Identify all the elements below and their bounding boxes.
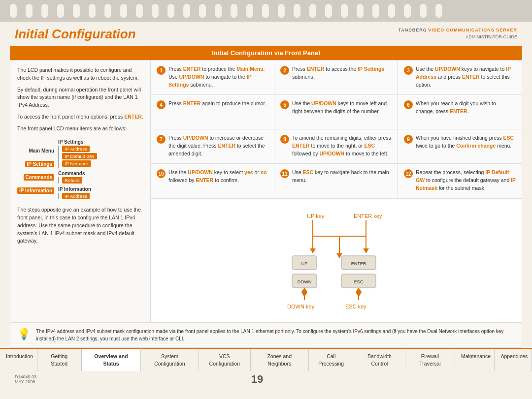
svg-marker-18 <box>301 288 307 292</box>
page-header: Initial Configuration TANDBERG VIDEO COM… <box>0 22 532 46</box>
binding-hole <box>26 4 33 18</box>
binding-hole <box>262 4 269 18</box>
binding-hole <box>231 4 237 18</box>
left-para-4: The front panel LCD menu items are as fo… <box>17 125 143 133</box>
binding-strip <box>0 0 532 22</box>
step-8: 8 To amend the remaining digits, either … <box>274 129 398 164</box>
commands-heading: Commands <box>58 171 97 176</box>
binding-hole <box>199 4 206 18</box>
step-11: 11 Use ESC key to navigate back to the m… <box>274 164 398 198</box>
svg-marker-8 <box>363 248 369 253</box>
main-content: The LCD panel makes it possible to confi… <box>10 60 522 323</box>
tab-appendices[interactable]: Appendices <box>495 349 532 371</box>
binding-hole <box>89 4 96 18</box>
step-10: 10 Use the UP/DOWN key to select yes or … <box>151 164 274 198</box>
note-text: The IPv4 address and IPv4 subnet mask co… <box>36 328 515 342</box>
brand-info: TANDBERG VIDEO COMMUNICATIONS SERVER ADM… <box>398 27 517 41</box>
keyboard-diagram-svg: UP key ENTER key <box>258 209 415 312</box>
ip-netmask-item: IP Netmask <box>62 160 91 167</box>
tab-bandwidth-control[interactable]: Bandwidth Control <box>354 349 405 371</box>
binding-hole <box>278 4 285 18</box>
main-menu-label: Main Menu <box>29 148 54 153</box>
page-number: 19 <box>251 373 263 386</box>
binding-hole <box>136 4 143 18</box>
svg-text:ENTER: ENTER <box>351 261 366 266</box>
binding-hole <box>167 4 174 18</box>
step-3: 3 Use the UP/DOWN keys to navigate to IP… <box>398 61 522 95</box>
steps-grid: 1 Press ENTER to produce the Main Menu. … <box>151 61 522 199</box>
binding-hole <box>372 4 379 18</box>
ip-settings-label: IP Settings <box>25 161 55 167</box>
binding-hole <box>152 4 159 18</box>
binding-hole <box>104 4 111 18</box>
steps-panel: 1 Press ENTER to produce the Main Menu. … <box>151 61 522 322</box>
ip-address-item: IP Address <box>62 146 90 152</box>
left-para-2: By default, during normal operation the … <box>17 86 143 109</box>
left-para-1: The LCD panel makes it possible to confi… <box>17 66 143 82</box>
ip-settings-heading: IP Settings <box>58 139 97 145</box>
binding-hole <box>294 4 300 18</box>
tab-maintenance[interactable]: Maintenance <box>455 349 495 371</box>
reboot-item: Reboot <box>62 177 82 184</box>
binding-hole <box>120 4 127 18</box>
svg-text:ESC: ESC <box>354 279 363 284</box>
tab-call-processing[interactable]: Call Processing <box>309 349 354 371</box>
binding-hole <box>183 4 190 18</box>
enter-key-label: ENTER key <box>354 213 382 219</box>
commands-label: Commands <box>24 175 54 180</box>
step-1: 1 Press ENTER to produce the Main Menu. … <box>151 61 274 95</box>
left-para-5: The steps opposite give an example of ho… <box>17 206 143 245</box>
doc-date: MAY 2008 <box>15 379 36 384</box>
svg-marker-19 <box>301 292 307 297</box>
binding-hole <box>341 4 348 18</box>
down-key-label: DOWN key <box>287 304 315 309</box>
svg-marker-6 <box>310 248 316 253</box>
binding-hole <box>246 4 253 18</box>
binding-hole <box>404 4 411 18</box>
step-4: 4 Press ENTER again to produce the curso… <box>151 95 274 129</box>
binding-hole <box>10 4 17 18</box>
tab-firewall-traversal[interactable]: Firewall Traversal <box>405 349 455 371</box>
tab-system-configuration[interactable]: System Configuration <box>141 349 199 371</box>
binding-hole <box>357 4 364 18</box>
diagram-area: UP key ENTER key <box>151 199 522 322</box>
tab-zones-neighbors[interactable]: Zones and Neighbors <box>251 349 309 371</box>
doc-ref: D14049.03 <box>15 374 36 379</box>
svg-text:DOWN: DOWN <box>297 279 311 284</box>
up-key-label: UP key <box>307 213 325 219</box>
step-5: 5 Use the UP/DOWN keys to move left and … <box>274 95 398 129</box>
binding-hole <box>325 4 332 18</box>
menu-diagram: Main Menu IP Settings Commands IP Inform… <box>17 136 143 202</box>
page-title: Initial Configuration <box>15 27 136 42</box>
tab-vcs-configuration[interactable]: VCS Configuration <box>199 349 251 371</box>
step-6: 6 When you reach a digit you wish to cha… <box>398 95 522 129</box>
doc-ref-date: D14049.03 MAY 2008 <box>15 374 36 384</box>
footer-nav: Introduction Getting Started Overview an… <box>0 348 532 371</box>
esc-key-label: ESC key <box>345 304 366 309</box>
svg-marker-21 <box>356 288 362 292</box>
tab-getting-started[interactable]: Getting Started <box>37 349 82 371</box>
section-banner: Initial Configuration via Front Panel <box>10 46 522 60</box>
note-section: 💡 The IPv4 address and IPv4 subnet mask … <box>10 323 522 348</box>
step-12: 12 Repeat the process, selecting IP Defa… <box>398 164 522 198</box>
bulb-icon: 💡 <box>17 328 32 340</box>
ip-default-gw-item: IP Default GW <box>62 153 97 159</box>
left-para-3: To access the front panel menu options, … <box>17 113 143 121</box>
ip-information-heading: IP Information <box>58 186 97 192</box>
ip-information-label: IP Information <box>17 188 54 193</box>
binding-hole <box>41 4 48 18</box>
ip-info-address-item: IP Address <box>62 193 90 199</box>
brand-company: TANDBERG VIDEO COMMUNICATIONS SERVER <box>398 27 517 33</box>
tab-overview-status[interactable]: Overview and Status <box>82 348 141 371</box>
binding-hole <box>309 4 316 18</box>
brand-guide: ADMINISTRATOR GUIDE <box>398 33 517 40</box>
tab-introduction[interactable]: Introduction <box>0 349 37 371</box>
left-panel: The LCD panel makes it possible to confi… <box>10 61 151 322</box>
svg-text:UP: UP <box>301 261 307 266</box>
binding-hole <box>435 4 442 18</box>
step-7: 7 Press UP/DOWN to increase or decrease … <box>151 129 274 164</box>
binding-hole <box>73 4 80 18</box>
step-9: 9 When you have finished editing press E… <box>398 129 522 164</box>
binding-hole <box>57 4 64 18</box>
svg-marker-22 <box>356 292 362 297</box>
